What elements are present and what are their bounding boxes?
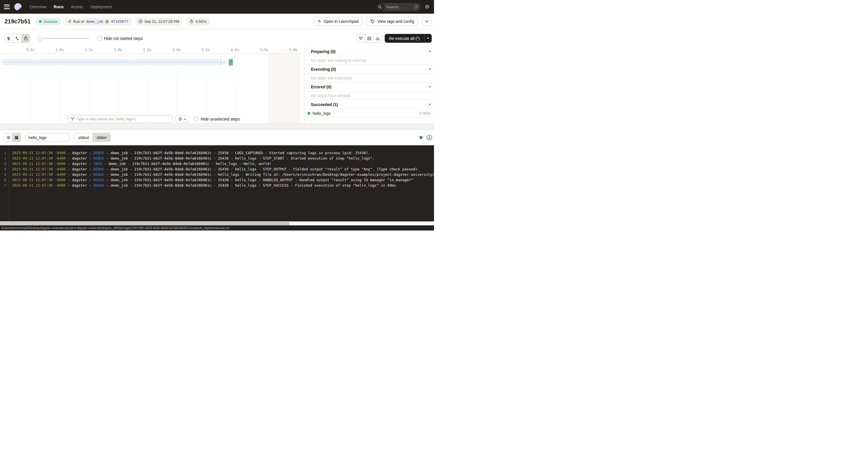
hide-not-started-checkbox[interactable] (97, 36, 101, 40)
collapse-bottom-panel-button[interactable] (357, 34, 365, 42)
horizontal-scrollbar[interactable] (0, 221, 434, 225)
caret-down-icon: ▾ (429, 85, 431, 88)
waterfall-view-icon (16, 36, 20, 40)
raw-logs-icon (14, 135, 19, 140)
dagster-run-page: Overview Runs Assets Deployment / ⚙ 219c… (0, 0, 434, 230)
job-link[interactable]: demo_job (86, 19, 103, 24)
log-level: DEBUG (93, 173, 104, 177)
horizontal-scrollbar-thumb[interactable] (0, 222, 289, 225)
run-duration-pill: 4.567s (186, 18, 210, 25)
chevron-down-icon (425, 20, 429, 23)
tab-stderr[interactable]: stderr (93, 133, 111, 142)
reexecute-options-button[interactable] (424, 34, 432, 43)
hide-not-started-checkbox-row[interactable]: Hide not started steps (97, 36, 143, 41)
section-header-executing[interactable]: Executing (0) ▾ (305, 65, 434, 74)
log-message: - demo_job - 219c7b51-b62f-4e5b-8de8-0e7… (104, 167, 420, 171)
flat-view-button[interactable] (5, 34, 13, 42)
log-step-filter-input[interactable] (29, 135, 66, 140)
gantt-time-axis: 0.5s1.0s1.5s2.0s2.5s3.0s3.5s4.0s4.5s5.0s (0, 47, 304, 54)
line-number: 5 (0, 172, 9, 177)
nav-items: Overview Runs Assets Deployment (30, 5, 112, 9)
clock-icon (138, 19, 143, 23)
succeeded-step-row[interactable]: hello_logs 0.065s (305, 109, 434, 118)
log-step-filter[interactable] (25, 133, 70, 142)
tab-stdout[interactable]: stdout (74, 133, 93, 142)
log-line: 3 2023-09-21 12:07:30 -0400 - dagster - … (0, 161, 434, 166)
section-empty-executing: No steps are executing (305, 74, 434, 82)
gantt-step-bar-hello-logs[interactable] (229, 59, 233, 65)
op-selector-icon (70, 117, 75, 121)
section-title: Errored (0) (311, 85, 332, 89)
raw-logs-button[interactable] (12, 133, 21, 142)
run-status-badge: Success (36, 18, 61, 25)
axis-tick: 4.5s (260, 48, 268, 52)
step-subset-input[interactable] (76, 117, 170, 121)
section-title: Succeeded (1) (311, 102, 338, 107)
step-subset-filter[interactable] (67, 115, 173, 123)
nav-item-overview[interactable]: Overview (30, 5, 46, 9)
log-message: - demo_job - 219c7b51-b62f-4e5b-8de8-0e7… (102, 161, 272, 166)
zoom-slider-handle[interactable] (38, 36, 42, 40)
gantt-chart-pane: 0.5s1.0s1.5s2.0s2.5s3.0s3.5s4.0s4.5s5.0s (0, 47, 304, 123)
line-number: 7 (0, 183, 9, 188)
line-number: 1 (0, 150, 9, 156)
step-filter-row: Hide unselected steps (67, 115, 240, 123)
gantt-chart-area[interactable] (0, 54, 304, 123)
hide-unselected-checkbox[interactable] (194, 117, 198, 121)
search-input[interactable] (386, 5, 409, 9)
nav-item-runs[interactable]: Runs (54, 5, 64, 9)
hide-unselected-checkbox-row[interactable]: Hide unselected steps (194, 117, 240, 121)
pencil-icon: ✎ (318, 19, 321, 23)
log-message: - demo_job - 219c7b51-b62f-4e5b-8de8-0e7… (104, 151, 370, 155)
reexecute-all-button[interactable]: Re-execute all (*) (385, 34, 424, 43)
log-toolbar-right (420, 134, 432, 141)
waterfall-view-button[interactable] (13, 34, 21, 42)
download-logs-button[interactable] (426, 134, 432, 141)
hamburger-menu-icon[interactable] (4, 5, 10, 9)
run-duration: 4.567s (195, 19, 207, 24)
open-in-launchpad-button[interactable]: ✎ Open in Launchpad (314, 17, 363, 26)
gantt-zoom-slider[interactable] (38, 34, 89, 42)
run-of-separator: @ (105, 19, 109, 24)
axis-tick: 1.0s (56, 48, 64, 52)
run-time-pill: Sep 21, 12:07:26 PM (135, 18, 182, 25)
log-timestamp: 2023-09-21 12:07:30 -0400 (12, 161, 66, 166)
line-number: 3 (0, 161, 9, 166)
section-header-errored[interactable]: Errored (0) ▾ (305, 82, 434, 91)
dagster-logo-icon[interactable] (14, 3, 22, 11)
search-icon (376, 3, 384, 11)
raw-log-viewer[interactable]: 1 2023-09-21 12:07:30 -0400 - dagster - … (0, 145, 434, 221)
log-level: DEBUG (93, 151, 104, 155)
gantt-beyond-run-region (268, 54, 300, 123)
hide-not-started-label: Hide not started steps (104, 36, 143, 41)
global-search[interactable]: / (376, 3, 420, 11)
section-header-succeeded[interactable]: Succeeded (1) ▾ (305, 100, 434, 109)
nav-item-assets[interactable]: Assets (71, 5, 83, 9)
op-tags-toggle-button[interactable] (176, 115, 189, 123)
section-empty-preparing: No steps are waiting to execute (305, 56, 434, 65)
line-number: 2 (0, 156, 9, 161)
gantt-marker-circle-icon (223, 61, 225, 64)
stdout-stderr-segmented: stdout stderr (74, 133, 111, 142)
view-tags-config-button[interactable]: View tags and config (367, 17, 418, 26)
gear-icon[interactable]: ⚙ (425, 4, 429, 9)
structured-logs-icon (6, 135, 10, 140)
more-run-actions-button[interactable] (422, 17, 432, 26)
empty-message: No steps are executing (311, 76, 352, 80)
snapshot-link[interactable]: 4f105077 (111, 19, 128, 24)
gantt-waiting-band (2, 59, 221, 65)
log-source: - dagster - (66, 173, 93, 177)
line-number: 4 (0, 166, 9, 172)
nav-item-deployment[interactable]: Deployment (90, 5, 112, 9)
log-timestamp: 2023-09-21 12:07:30 -0400 (12, 178, 66, 182)
expand-top-panel-button[interactable] (373, 34, 381, 42)
pane-resize-divider[interactable] (0, 123, 434, 130)
axis-tick: 4.0s (231, 48, 239, 52)
timed-view-button[interactable] (21, 34, 30, 42)
split-panels-button[interactable] (365, 34, 373, 42)
line-number: 6 (0, 177, 9, 183)
structured-logs-button[interactable] (4, 133, 12, 142)
section-header-preparing[interactable]: Preparing (0) ▾ (305, 47, 434, 56)
empty-message: No steps are waiting to execute (311, 58, 367, 63)
status-label: Success (43, 19, 58, 24)
